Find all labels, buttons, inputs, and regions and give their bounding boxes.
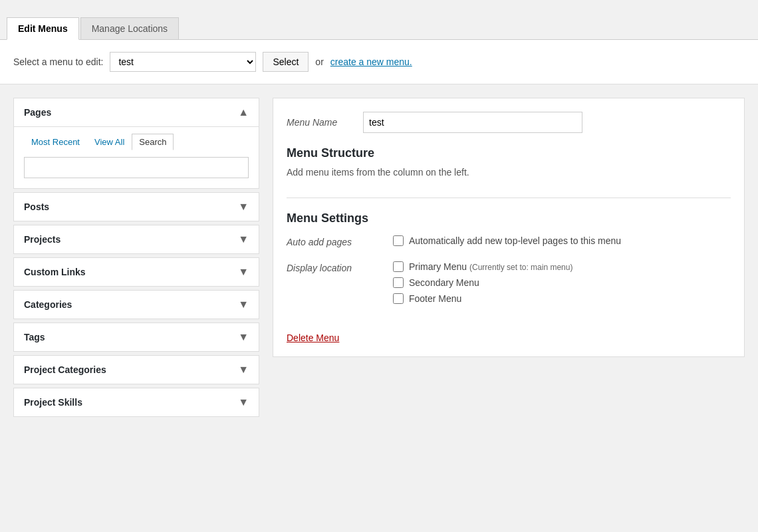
menu-name-row: Menu Name bbox=[287, 112, 731, 133]
primary-menu-row: Primary Menu (Currently set to: main men… bbox=[393, 261, 731, 272]
secondary-menu-label: Secondary Menu bbox=[409, 277, 479, 288]
accordion-custom-links: Custom Links ▼ bbox=[13, 257, 259, 287]
accordion-label-categories: Categories bbox=[24, 299, 72, 310]
create-new-menu-link[interactable]: create a new menu. bbox=[330, 57, 412, 67]
accordion-header-categories[interactable]: Categories ▼ bbox=[14, 291, 259, 319]
pages-tab-search[interactable]: Search bbox=[132, 134, 174, 150]
tab-edit-menus[interactable]: Edit Menus bbox=[7, 17, 79, 40]
accordion-posts: Posts ▼ bbox=[13, 192, 259, 221]
menu-structure-title: Menu Structure bbox=[287, 146, 731, 160]
accordion-label-posts: Posts bbox=[24, 201, 49, 212]
secondary-menu-checkbox[interactable] bbox=[393, 277, 404, 288]
menu-settings-title: Menu Settings bbox=[287, 211, 731, 225]
accordion-header-pages[interactable]: Pages ▲ bbox=[14, 98, 259, 126]
accordion-header-projects[interactable]: Projects ▼ bbox=[14, 225, 259, 253]
menu-structure-section: Menu Structure Add menu items from the c… bbox=[287, 146, 731, 178]
accordion-project-categories: Project Categories ▼ bbox=[13, 355, 259, 384]
main-content: Pages ▲ Most Recent View All Search Post… bbox=[0, 84, 758, 434]
secondary-menu-row: Secondary Menu bbox=[393, 277, 731, 288]
accordion-label-custom-links: Custom Links bbox=[24, 267, 86, 277]
accordion-arrow-posts: ▼ bbox=[238, 201, 249, 213]
select-bar: Select a menu to edit: test Select or cr… bbox=[0, 40, 758, 84]
accordion-arrow-tags: ▼ bbox=[238, 331, 249, 343]
accordion-body-pages: Most Recent View All Search bbox=[14, 126, 259, 188]
select-button[interactable]: Select bbox=[263, 52, 309, 72]
menu-name-label: Menu Name bbox=[287, 117, 353, 128]
accordion-header-project-skills[interactable]: Project Skills ▼ bbox=[14, 388, 259, 416]
accordion-arrow-custom-links: ▼ bbox=[238, 266, 249, 278]
accordion-header-tags[interactable]: Tags ▼ bbox=[14, 323, 259, 351]
accordion-arrow-project-categories: ▼ bbox=[238, 364, 249, 376]
auto-add-row: Auto add pages Automatically add new top… bbox=[287, 235, 731, 251]
pages-search-input[interactable] bbox=[24, 157, 249, 178]
accordion-label-pages: Pages bbox=[24, 107, 51, 118]
pages-tab-view-all[interactable]: View All bbox=[87, 134, 132, 150]
pages-tabs: Most Recent View All Search bbox=[24, 134, 249, 150]
left-panel: Pages ▲ Most Recent View All Search Post… bbox=[13, 98, 259, 420]
accordion-label-tags: Tags bbox=[24, 332, 45, 342]
accordion-pages: Pages ▲ Most Recent View All Search bbox=[13, 98, 259, 189]
pages-tab-most-recent[interactable]: Most Recent bbox=[24, 134, 87, 150]
accordion-header-custom-links[interactable]: Custom Links ▼ bbox=[14, 258, 259, 286]
primary-menu-label: Primary Menu (Currently set to: main men… bbox=[409, 261, 572, 272]
accordion-categories: Categories ▼ bbox=[13, 290, 259, 319]
auto-add-checkbox-label: Automatically add new top-level pages to… bbox=[409, 235, 621, 246]
display-location-content: Primary Menu (Currently set to: main men… bbox=[393, 261, 731, 309]
display-location-row: Display location Primary Menu (Currently… bbox=[287, 261, 731, 309]
primary-menu-note: (Currently set to: main menu) bbox=[469, 263, 572, 272]
footer-menu-row: Footer Menu bbox=[393, 293, 731, 304]
accordion-label-project-skills: Project Skills bbox=[24, 397, 82, 408]
footer-menu-checkbox[interactable] bbox=[393, 293, 404, 304]
tab-manage-locations[interactable]: Manage Locations bbox=[80, 17, 179, 39]
auto-add-checkbox[interactable] bbox=[393, 235, 404, 246]
right-panel: Menu Name Menu Structure Add menu items … bbox=[273, 98, 745, 357]
footer-menu-label: Footer Menu bbox=[409, 293, 461, 304]
accordion-project-skills: Project Skills ▼ bbox=[13, 388, 259, 417]
accordion-projects: Projects ▼ bbox=[13, 225, 259, 254]
delete-menu-link[interactable]: Delete Menu bbox=[287, 332, 339, 343]
accordion-header-project-categories[interactable]: Project Categories ▼ bbox=[14, 356, 259, 384]
or-text: or bbox=[315, 57, 323, 67]
auto-add-checkbox-row: Automatically add new top-level pages to… bbox=[393, 235, 731, 246]
accordion-label-project-categories: Project Categories bbox=[24, 364, 106, 375]
accordion-arrow-pages: ▲ bbox=[238, 106, 249, 118]
select-menu-label: Select a menu to edit: bbox=[13, 57, 103, 67]
menu-select[interactable]: test bbox=[110, 52, 256, 72]
accordion-tags: Tags ▼ bbox=[13, 323, 259, 352]
display-location-label: Display location bbox=[287, 261, 380, 309]
auto-add-content: Automatically add new top-level pages to… bbox=[393, 235, 731, 251]
menu-name-input[interactable] bbox=[363, 112, 582, 133]
accordion-arrow-projects: ▼ bbox=[238, 233, 249, 245]
menu-settings-section: Menu Settings Auto add pages Automatical… bbox=[287, 198, 731, 343]
accordion-label-projects: Projects bbox=[24, 234, 61, 245]
menu-structure-desc: Add menu items from the column on the le… bbox=[287, 167, 731, 178]
right-panel-inner: Menu Name Menu Structure Add menu items … bbox=[273, 98, 745, 357]
accordion-header-posts[interactable]: Posts ▼ bbox=[14, 193, 259, 221]
accordion-arrow-categories: ▼ bbox=[238, 299, 249, 311]
accordion-arrow-project-skills: ▼ bbox=[238, 396, 249, 408]
tabs-bar: Edit Menus Manage Locations bbox=[0, 0, 758, 40]
auto-add-label: Auto add pages bbox=[287, 235, 380, 251]
primary-menu-checkbox[interactable] bbox=[393, 261, 404, 272]
